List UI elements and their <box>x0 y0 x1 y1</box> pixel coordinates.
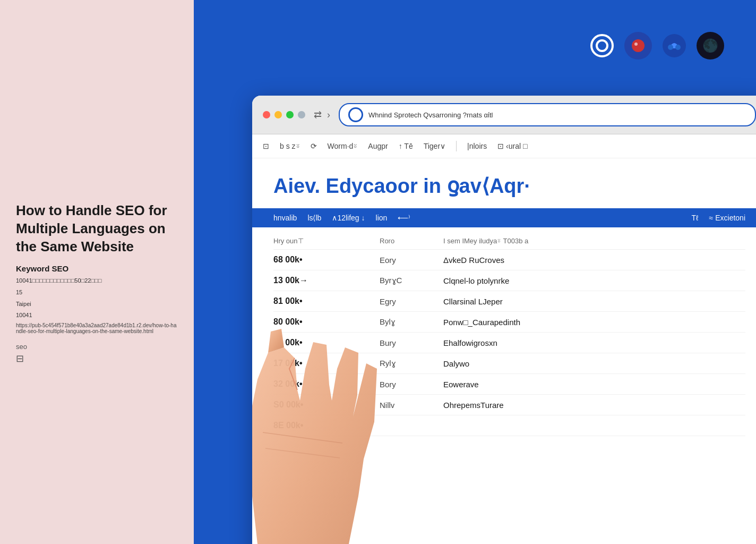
filter-excietoni[interactable]: ≈ Excietoni <box>709 214 745 222</box>
toolbar-item-tiger[interactable]: Tiger∨ <box>424 142 445 150</box>
col-header-1: Hry oun⊤ <box>273 237 380 245</box>
browser-chrome: ⇄ › Whnind Sprotech Qvsarroning ?rnats α… <box>252 96 756 134</box>
top-icon-2[interactable] <box>624 32 652 60</box>
table-row: 81 00k• Egry Cllarsinal LJeper <box>273 291 745 312</box>
top-icon-3[interactable] <box>660 32 688 60</box>
toolbar-item-3[interactable]: ⟳ <box>311 142 317 150</box>
svg-point-6 <box>675 45 681 50</box>
svg-point-2 <box>632 39 645 52</box>
header-blue: Edycaoor <box>326 175 418 197</box>
page-title: How to Handle SEO for Multiple Languages… <box>16 202 178 256</box>
keyword-label: Keyword SEO <box>16 264 178 273</box>
filter-12lifeg[interactable]: ∧12lifeg ↓ <box>332 214 365 222</box>
meta-city: Taipei <box>16 300 178 309</box>
toolbar-item-nloirs[interactable]: |nloirs <box>467 142 487 150</box>
filter-tl[interactable]: Tℓ <box>692 214 699 222</box>
filter-arrow[interactable]: ⟵⁾ <box>398 214 410 222</box>
meta-code: 10041 <box>16 311 178 320</box>
name-4: Bylɣ <box>380 317 443 327</box>
keyword-3: Cllarsinal LJeper <box>443 297 745 306</box>
keyword-6: Dalywo <box>443 359 745 368</box>
browser-logo <box>348 107 363 122</box>
result-header: Hry oun⊤ Roro I sem IMey iludya⍤ T003b a <box>273 233 745 250</box>
traffic-lights <box>263 111 305 118</box>
keyword-8: OhrepemsTurare <box>443 401 745 410</box>
keyword-5: Ehalfowigrosxn <box>443 338 745 347</box>
toolbar-separator <box>456 141 457 151</box>
close-button[interactable] <box>263 111 270 118</box>
filter-hnvalib[interactable]: hnvalib <box>273 214 297 222</box>
name-2: ByrɣC <box>380 276 443 285</box>
toolbar-item-worm[interactable]: Worm·d⍤ <box>328 142 358 150</box>
filter-lion[interactable]: lion <box>376 214 388 222</box>
svg-point-0 <box>591 35 613 56</box>
table-row: 13 00k→ ByrɣC Clqnel-lo ptolynrke <box>273 270 745 291</box>
toolbar-item-augpr[interactable]: Augpr <box>368 142 388 150</box>
browser-nav: ⇄ › <box>314 109 330 121</box>
keyword-2: Clqnel-lo ptolynrke <box>443 276 745 285</box>
nav-icon[interactable]: ⇄ <box>314 109 322 121</box>
main-content: 🌑 ⇄ › Whnind Sprotech Qvsarroning ?rnats… <box>194 0 756 544</box>
minimize-button[interactable] <box>274 111 282 118</box>
top-icon-4[interactable]: 🌑 <box>697 32 724 60</box>
keyword-7: Eowerave <box>443 380 745 389</box>
top-bar: 🌑 <box>588 32 724 60</box>
volume-4: 80 00k• <box>273 317 380 327</box>
filter-lstb[interactable]: ls⟨lb <box>307 214 321 222</box>
toolbar-item-te[interactable]: ↑ Tē <box>399 142 413 150</box>
svg-point-3 <box>634 42 638 46</box>
sidebar-url[interactable]: https://pub-5c454f571b8e40a3a2aad27ade84… <box>16 322 178 334</box>
hand-overlay <box>252 326 401 544</box>
maximize-button[interactable] <box>286 111 294 118</box>
volume-2: 13 00k→ <box>273 276 380 285</box>
filter-bar: hnvalib ls⟨lb ∧12lifeg ↓ lion ⟵⁾ Tℓ ≈ Ex… <box>252 208 756 227</box>
name-1: Eory <box>380 256 443 265</box>
top-icon-1[interactable] <box>588 32 616 60</box>
page-header: Aiev. Edycaoor in ƍav⟨Aqr· <box>252 158 756 208</box>
svg-point-5 <box>668 45 673 50</box>
col-header-2: Roro <box>380 237 443 245</box>
keyword-4: Ponw□_Caurapedinth <box>443 318 745 327</box>
browser-toolbar: ⊡ b s z⍤ ⟳ Worm·d⍤ Augpr ↑ Tē Tiger∨ |nl… <box>252 134 756 158</box>
meta-line1: 10041□□□□□□□□□□□□50□22□□□ <box>16 276 178 286</box>
header-normal: Aiev. <box>273 175 326 197</box>
browser-window: ⇄ › Whnind Sprotech Qvsarroning ?rnats α… <box>252 96 756 544</box>
extra-button[interactable] <box>298 111 305 118</box>
volume-1: 68 00k• <box>273 255 380 265</box>
table-row: 68 00k• Eory ΔvkeD RuCroves <box>273 250 745 270</box>
toolbar-item-aural[interactable]: ⊡ ‹ural □ <box>497 142 527 150</box>
svg-point-1 <box>597 40 607 51</box>
sidebar-tag-icon: ⊟ <box>16 353 178 364</box>
nav-forward[interactable]: › <box>327 109 330 121</box>
sidebar: How to Handle SEO for Multiple Languages… <box>0 0 194 544</box>
keyword-1: ΔvkeD RuCroves <box>443 256 745 265</box>
sidebar-tag: seo <box>16 343 178 351</box>
toolbar-item-2[interactable]: b s z⍤ <box>280 142 300 150</box>
name-3: Egry <box>380 297 443 306</box>
address-bar[interactable]: Whnind Sprotech Qvsarroning ?rnats αίtl <box>339 103 756 126</box>
col-header-3: I sem IMey iludya⍤ T003b a <box>443 237 745 245</box>
address-text: Whnind Sprotech Qvsarroning ?rnats αίtl <box>368 111 746 119</box>
volume-3: 81 00k• <box>273 296 380 306</box>
header-suffix: in ƍav⟨Aqr· <box>418 175 530 197</box>
meta-line2: 15 <box>16 288 178 298</box>
toolbar-item-1[interactable]: ⊡ <box>263 142 269 150</box>
